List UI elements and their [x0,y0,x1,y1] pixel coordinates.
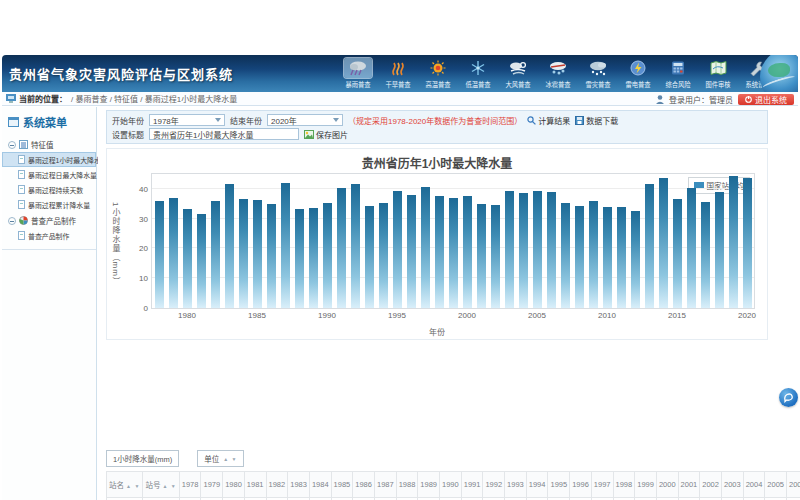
bar-1979[interactable] [169,198,178,308]
bar-2000[interactable] [463,196,472,308]
col-station-header[interactable]: 站名 ▲ ▼ [107,472,143,498]
start-year-select[interactable]: 1978年 [149,114,225,126]
col-id-header[interactable]: 站号 ▲ ▼ [143,472,179,498]
sidebar-item-0-0[interactable]: 暴雨过程1小时最大降水量 [2,152,96,167]
bar-2001[interactable] [477,204,486,308]
col-year-1986[interactable]: 1986 [353,472,375,498]
col-year-1996[interactable]: 1996 [570,472,592,498]
bar-2014[interactable] [659,178,668,308]
nav-item-3[interactable]: 低温普查 [458,58,498,91]
bar-2007[interactable] [561,203,570,308]
col-year-1997[interactable]: 1997 [591,472,613,498]
bar-2010[interactable] [603,207,612,308]
collapse-toggle-icon[interactable] [8,217,16,225]
bar-1988[interactable] [295,209,304,308]
col-year-1990[interactable]: 1990 [440,472,462,498]
bar-1998[interactable] [435,196,444,308]
col-year-1999[interactable]: 1999 [635,472,657,498]
sidebar-item-1-0[interactable]: 普查产品制作 [2,228,96,243]
logout-button[interactable]: 退出系统 [738,94,794,105]
col-year-1988[interactable]: 1988 [396,472,418,498]
bar-2011[interactable] [617,207,626,308]
bar-2019[interactable] [729,176,738,309]
bar-1978[interactable] [155,201,164,308]
bar-1999[interactable] [449,198,458,308]
col-year-1985[interactable]: 1985 [331,472,353,498]
col-year-2001[interactable]: 2001 [678,472,700,498]
sidebar-item-0-2[interactable]: 暴雨过程持续天数 [2,182,96,197]
col-year-1978[interactable]: 1978 [179,472,201,498]
download-button[interactable]: 数据下载 [575,115,618,126]
bar-2017[interactable] [701,202,710,308]
nav-item-5[interactable]: 冰雹普查 [538,58,578,91]
bar-2012[interactable] [631,211,640,308]
bar-1996[interactable] [407,195,416,308]
bar-1990[interactable] [323,203,332,308]
bar-1994[interactable] [379,203,388,308]
bar-1980[interactable] [183,209,192,308]
bar-2009[interactable] [589,201,598,308]
bar-2018[interactable] [715,192,724,308]
value-type-filter[interactable]: 1小时降水量(mm) [106,450,179,467]
bar-1987[interactable] [281,183,290,308]
bar-2020[interactable] [743,178,752,308]
bar-1985[interactable] [253,200,262,308]
bar-2015[interactable] [673,199,682,308]
nav-item-4[interactable]: 大风普查 [498,58,538,91]
bar-1982[interactable] [211,201,220,308]
sort-arrows-icon[interactable]: ▲ ▼ [126,483,140,489]
calculate-button[interactable]: 计算结果 [527,115,570,126]
bar-1984[interactable] [239,199,248,308]
bar-2005[interactable] [533,191,542,308]
bar-2016[interactable] [687,188,696,308]
col-year-1993[interactable]: 1993 [505,472,527,498]
bar-2008[interactable] [575,206,584,308]
col-year-1987[interactable]: 1987 [374,472,396,498]
col-year-1983[interactable]: 1983 [288,472,310,498]
nav-item-1[interactable]: 干旱普查 [378,58,418,91]
floating-contact-button[interactable] [779,388,798,407]
col-year-2000[interactable]: 2000 [656,472,678,498]
col-year-2005[interactable]: 2005 [765,472,787,498]
col-year-1981[interactable]: 1981 [244,472,266,498]
bar-1997[interactable] [421,187,430,308]
nav-item-2[interactable]: 高温普查 [418,58,458,91]
col-year-2002[interactable]: 2002 [700,472,722,498]
end-year-select[interactable]: 2020年 [267,114,343,126]
bar-2013[interactable] [645,184,654,308]
sidebar-item-0-3[interactable]: 暴雨过程累计降水量 [2,197,96,212]
collapse-toggle-icon[interactable] [8,141,16,149]
col-year-1995[interactable]: 1995 [548,472,570,498]
nav-item-8[interactable]: 综合风险 [658,58,698,91]
unit-sort-control[interactable]: 单位▲ ▼ [197,450,244,467]
col-year-2003[interactable]: 2003 [721,472,743,498]
bar-1981[interactable] [197,214,206,308]
col-year-2004[interactable]: 2004 [743,472,765,498]
col-year-1998[interactable]: 1998 [613,472,635,498]
bar-1989[interactable] [309,208,318,308]
chart-title-input[interactable]: 贵州省历年1小时最大降水量 [149,128,299,140]
col-year-1992[interactable]: 1992 [483,472,505,498]
save-image-button[interactable]: 保存图片 [304,129,348,140]
bar-2004[interactable] [519,193,528,308]
sidebar-group-1[interactable]: 普查产品制作 [2,212,96,228]
col-year-1984[interactable]: 1984 [309,472,331,498]
col-year-1991[interactable]: 1991 [461,472,483,498]
nav-item-7[interactable]: 雷电普查 [618,58,658,91]
bar-2003[interactable] [505,191,514,308]
sidebar-group-0[interactable]: 特征值 [2,136,96,152]
col-year-1994[interactable]: 1994 [526,472,548,498]
col-year-1980[interactable]: 1980 [223,472,245,498]
breadcrumb[interactable]: / 暴雨普查 / 特征值 / 暴雨过程1小时最大降水量 [71,93,237,104]
bar-1983[interactable] [225,184,234,308]
nav-item-6[interactable]: 雪灾普查 [578,58,618,91]
sort-arrows-icon[interactable]: ▲ ▼ [162,483,176,489]
col-year-1979[interactable]: 1979 [201,472,223,498]
col-year-1989[interactable]: 1989 [418,472,440,498]
col-year-2006[interactable]: 2006 [787,472,800,498]
bar-1993[interactable] [365,206,374,308]
nav-item-9[interactable]: 图件审核 [698,58,738,91]
bar-1992[interactable] [351,184,360,308]
nav-item-0[interactable]: 暴雨普查 [338,58,378,91]
bar-2002[interactable] [491,205,500,308]
